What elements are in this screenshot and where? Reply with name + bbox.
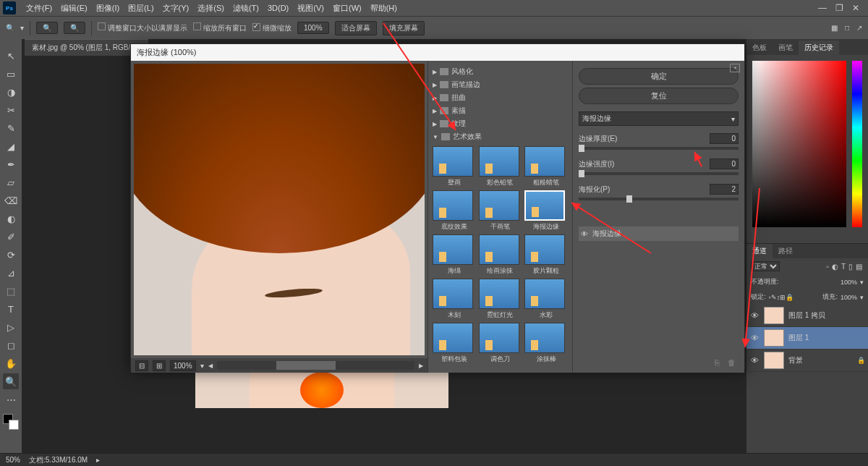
ok-button[interactable]: 确定 — [579, 68, 739, 85]
screen-mode-icon[interactable]: □ — [845, 24, 849, 32]
layer-row[interactable]: 👁 图层 1 拷贝 — [746, 305, 868, 327]
tab-brushes[interactable]: 画笔 — [773, 41, 799, 55]
filter-thumb[interactable]: 塑料包装 — [433, 323, 476, 364]
menu-edit[interactable]: 编辑(E) — [56, 3, 92, 14]
menu-layer[interactable]: 图层(L) — [124, 3, 158, 14]
zoom-in-button[interactable]: 🔍 — [36, 22, 58, 34]
color-swatches[interactable] — [3, 414, 19, 430]
menu-image[interactable]: 图像(I) — [92, 3, 124, 14]
tool-brush[interactable]: ✒ — [3, 156, 19, 172]
visibility-icon[interactable]: 👁 — [749, 334, 760, 342]
filter-thumb[interactable]: 海报边缘 — [524, 190, 568, 232]
category-sketch[interactable]: ▶素描 — [433, 104, 568, 117]
lock-icons[interactable]: ▫✎↕⊞🔒 — [769, 294, 794, 301]
zoom-level[interactable]: 100% — [170, 360, 196, 371]
filter-thumb[interactable]: 水彩 — [524, 279, 568, 320]
filter-thumb[interactable]: 干画笔 — [479, 190, 522, 232]
tool-hand[interactable]: ✋ — [3, 355, 19, 371]
visibility-icon[interactable]: 👁 — [749, 356, 760, 365]
tool-rectangle[interactable]: ◻ — [3, 337, 19, 353]
filter-thumb[interactable]: 底纹效果 — [433, 190, 476, 232]
filter-thumb[interactable]: 海绵 — [433, 234, 476, 276]
tool-pen[interactable]: ✐ — [3, 229, 19, 245]
menu-type[interactable]: 文字(Y) — [158, 3, 194, 14]
blend-mode-select[interactable]: 正常 — [751, 261, 780, 271]
category-stylize[interactable]: ▶风格化 — [433, 65, 568, 78]
tool-blur[interactable]: ⟳ — [3, 247, 19, 263]
status-zoom[interactable]: 50% — [6, 456, 20, 464]
opacity-value[interactable]: 100% — [841, 279, 857, 286]
filter-thumb[interactable]: 霓虹灯光 — [479, 279, 522, 320]
param-value[interactable]: 2 — [710, 184, 739, 195]
filter-thumb[interactable]: 木刻 — [433, 279, 476, 320]
tool-clone[interactable]: ▱ — [3, 174, 19, 190]
tool-lasso[interactable]: ◑ — [3, 84, 19, 100]
menu-view[interactable]: 视图(V) — [293, 3, 328, 14]
filter-thumb[interactable]: 调色刀 — [479, 323, 522, 364]
tool-dodge[interactable]: ⊿ — [3, 265, 19, 281]
window-maximize-icon[interactable]: ❐ — [835, 3, 843, 13]
tool-marquee[interactable]: ▭ — [3, 66, 19, 82]
filter-thumb[interactable]: 绘画涂抹 — [479, 234, 522, 276]
layer-row[interactable]: 👁 背景 🔒 — [746, 350, 868, 372]
resize-window-checkbox[interactable] — [98, 22, 106, 30]
share-icon[interactable]: ↗ — [856, 24, 862, 32]
param-slider[interactable] — [579, 172, 739, 175]
window-minimize-icon[interactable]: — — [818, 3, 827, 13]
menu-select[interactable]: 选择(S) — [193, 3, 229, 14]
filter-thumb[interactable]: 粗糙蜡笔 — [524, 146, 568, 187]
tool-type[interactable]: T — [3, 301, 19, 317]
tab-channels[interactable]: 通道 — [746, 244, 773, 258]
layer-row[interactable]: 👁 图层 1 — [746, 327, 868, 350]
tool-pentool[interactable]: ⬚ — [3, 283, 19, 299]
param-slider[interactable] — [579, 198, 739, 200]
param-value[interactable]: 0 — [710, 158, 739, 169]
applied-filter-row[interactable]: 👁 海报边缘 — [579, 226, 739, 241]
visibility-icon[interactable]: 👁 — [749, 311, 760, 320]
category-texture[interactable]: ▶纹理 — [433, 117, 568, 130]
filter-thumb[interactable]: 壁画 — [433, 146, 476, 187]
tool-move[interactable]: ↖ — [3, 48, 19, 64]
fit-screen-button[interactable]: 适合屏幕 — [335, 21, 377, 35]
zoom-all-checkbox[interactable] — [193, 22, 201, 30]
zoom-in-button[interactable]: ⊞ — [153, 360, 166, 371]
filter-thumb[interactable]: 胶片颗粒 — [524, 234, 568, 276]
zoom-out-button[interactable]: 🔍 — [64, 22, 85, 34]
filter-thumb[interactable]: 涂抹棒 — [524, 323, 568, 364]
category-artistic[interactable]: ▼艺术效果 — [433, 130, 568, 143]
scroll-left-icon[interactable]: ◀ — [208, 363, 213, 369]
preview-scrollbar[interactable] — [217, 361, 414, 370]
tool-frame[interactable]: ◢ — [3, 138, 19, 154]
window-close-icon[interactable]: ✕ — [852, 3, 859, 13]
color-picker[interactable] — [746, 55, 868, 243]
hue-slider[interactable] — [852, 61, 862, 227]
fill-screen-button[interactable]: 填充屏幕 — [383, 21, 425, 35]
delete-effect-icon[interactable]: 🗑 — [728, 358, 736, 367]
reset-button[interactable]: 复位 — [579, 88, 739, 104]
workspace-icon[interactable]: ▦ — [831, 24, 838, 32]
param-value[interactable]: 0 — [710, 133, 739, 144]
tab-history[interactable]: 历史记录 — [799, 41, 839, 55]
menu-help[interactable]: 帮助(H) — [366, 3, 401, 14]
scroll-right-icon[interactable]: ▶ — [419, 363, 423, 369]
tool-zoom[interactable]: 🔍 — [3, 373, 19, 389]
visibility-icon[interactable]: 👁 — [581, 230, 588, 238]
collapse-icon[interactable]: ⋆ — [730, 64, 740, 72]
menu-filter[interactable]: 滤镜(T) — [229, 3, 263, 14]
tool-crop[interactable]: ✂ — [3, 102, 19, 118]
menu-file[interactable]: 文件(F) — [22, 3, 56, 14]
preview-image[interactable] — [134, 64, 425, 355]
menu-3d[interactable]: 3D(D) — [263, 4, 293, 12]
tool-path[interactable]: ▷ — [3, 319, 19, 335]
new-effect-layer-icon[interactable]: ⎘ — [715, 358, 720, 367]
tab-swatches[interactable]: 色板 — [746, 41, 773, 55]
menu-window[interactable]: 窗口(W) — [328, 3, 366, 14]
tool-eraser[interactable]: ⌫ — [3, 192, 19, 208]
category-distort[interactable]: ▶扭曲 — [433, 91, 568, 104]
tool-eyedropper[interactable]: ✎ — [3, 120, 19, 136]
param-slider[interactable] — [579, 147, 739, 150]
scrubby-zoom-checkbox[interactable] — [252, 23, 260, 31]
filter-thumb[interactable]: 彩色铅笔 — [479, 146, 522, 187]
zoom-out-button[interactable]: ⊟ — [135, 360, 148, 371]
zoom-percent-button[interactable]: 100% — [297, 22, 329, 34]
